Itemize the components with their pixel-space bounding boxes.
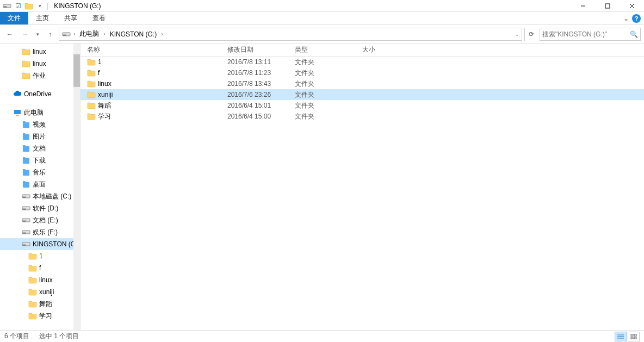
breadcrumb[interactable]: › 此电脑 › KINGSTON (G:) › ⌄	[59, 28, 522, 41]
tree-item-desktop[interactable]: 桌面	[0, 178, 80, 190]
col-name[interactable]: 名称	[81, 43, 227, 56]
file-date: 2016/6/4 15:00	[227, 113, 295, 120]
tree-item-quickaccess-linux[interactable]: linux	[0, 46, 80, 58]
nav-tree[interactable]: linux linux 作业 OneDrive 此电脑 视频 图片 文档 下载 …	[0, 43, 81, 330]
breadcrumb-dropdown-icon[interactable]: ⌄	[515, 32, 519, 37]
drive-qat-icon	[2, 1, 12, 11]
refresh-button[interactable]: ⟳	[524, 28, 537, 41]
tree-item-drive-d[interactable]: 软件 (D:)	[0, 202, 80, 214]
search-input[interactable]	[542, 30, 630, 38]
sidebar-scrollbar-thumb[interactable]	[73, 54, 80, 87]
tab-share[interactable]: 共享	[57, 12, 85, 24]
file-type: 文件夹	[295, 58, 362, 67]
file-row[interactable]: 12016/7/8 13:11文件夹	[81, 57, 644, 67]
close-button[interactable]	[620, 0, 644, 12]
view-details-button[interactable]	[615, 332, 627, 341]
folder-icon	[87, 90, 96, 99]
file-date: 2016/7/8 13:43	[227, 80, 295, 88]
tab-view[interactable]: 查看	[85, 12, 113, 24]
file-row[interactable]: xuniji2016/7/6 23:26文件夹	[81, 89, 644, 100]
tree-item-documents[interactable]: 文档	[0, 142, 80, 154]
col-date[interactable]: 修改日期	[227, 43, 295, 56]
file-type: 文件夹	[295, 69, 362, 78]
file-name: linux	[98, 80, 112, 88]
ribbon-collapse-icon[interactable]: ⌄	[623, 15, 629, 22]
folder-icon	[87, 69, 96, 77]
tree-item-kingston-xuniji[interactable]: xuniji	[0, 286, 80, 298]
file-row[interactable]: linux2016/7/8 13:43文件夹	[81, 78, 644, 89]
tree-item-drive-e[interactable]: 文档 (E:)	[0, 214, 80, 226]
status-selected-count: 选中 1 个项目	[39, 332, 79, 341]
tree-item-quickaccess-homework[interactable]: 作业	[0, 70, 80, 82]
col-type[interactable]: 类型	[295, 43, 362, 56]
tree-item-videos[interactable]: 视频	[0, 119, 80, 130]
folder-icon	[87, 79, 96, 88]
tree-item-quickaccess-linux2[interactable]: linux	[0, 58, 80, 70]
file-row[interactable]: 舞蹈2016/6/4 15:01文件夹	[81, 100, 644, 111]
tree-item-kingston-linux[interactable]: linux	[0, 274, 80, 286]
file-type: 文件夹	[295, 112, 362, 121]
title-separator: |	[47, 2, 48, 10]
tree-item-downloads[interactable]: 下载	[0, 154, 80, 166]
tree-item-music[interactable]: 音乐	[0, 166, 80, 178]
svg-rect-11	[631, 334, 633, 336]
tree-item-kingston-study[interactable]: 学习	[0, 310, 80, 322]
file-row[interactable]: 学习2016/6/4 15:00文件夹	[81, 111, 644, 122]
nav-forward-button[interactable]: →	[18, 28, 32, 41]
breadcrumb-chevron-icon[interactable]: ›	[102, 31, 106, 37]
nav-back-button[interactable]: ←	[3, 28, 16, 41]
folder-icon	[87, 58, 96, 66]
nav-up-button[interactable]: ↑	[44, 28, 57, 41]
tree-item-drive-f[interactable]: 娱乐 (F:)	[0, 226, 80, 238]
breadcrumb-seg-thispc[interactable]: 此电脑	[77, 29, 101, 39]
svg-rect-12	[634, 334, 636, 336]
file-name: xuniji	[98, 91, 113, 98]
tree-item-drive-c[interactable]: 本地磁盘 (C:)	[0, 190, 80, 202]
tree-item-onedrive[interactable]: OneDrive	[0, 88, 80, 100]
help-icon[interactable]: ?	[632, 14, 641, 23]
tree-item-kingston-f[interactable]: f	[0, 262, 80, 274]
tab-home[interactable]: 主页	[28, 12, 57, 24]
status-bar: 6 个项目 选中 1 个项目	[0, 330, 644, 342]
qat-checkbox-icon[interactable]: ☑	[13, 1, 23, 11]
minimize-button[interactable]	[571, 0, 595, 12]
nav-recent-dropdown[interactable]: ▾	[34, 28, 41, 41]
breadcrumb-drive-icon	[61, 29, 71, 39]
svg-rect-13	[631, 337, 633, 339]
file-type: 文件夹	[295, 79, 362, 89]
file-type: 文件夹	[295, 101, 362, 110]
sidebar-scrollbar[interactable]	[73, 43, 80, 330]
file-row[interactable]: f2016/7/8 11:23文件夹	[81, 67, 644, 78]
tree-item-kingston-1[interactable]: 1	[0, 250, 80, 262]
folder-icon	[87, 101, 96, 110]
column-headers[interactable]: 名称 修改日期 类型 大小	[81, 43, 644, 57]
breadcrumb-seg-kingston[interactable]: KINGSTON (G:)	[108, 30, 159, 38]
svg-rect-14	[634, 337, 636, 339]
qat-dropdown-icon[interactable]: ▾	[35, 1, 45, 11]
file-date: 2016/7/8 13:11	[227, 58, 295, 66]
window-title: KINGSTON (G:)	[54, 2, 101, 10]
file-type: 文件夹	[295, 90, 362, 100]
file-name: 学习	[98, 112, 111, 121]
file-date: 2016/7/8 11:23	[227, 69, 295, 77]
breadcrumb-chevron-icon[interactable]: ›	[160, 31, 164, 37]
folder-icon	[87, 112, 96, 121]
tree-item-kingston-dance[interactable]: 舞蹈	[0, 298, 80, 310]
col-size[interactable]: 大小	[362, 43, 406, 56]
qat-folder-icon	[24, 1, 34, 11]
file-name: f	[98, 69, 100, 77]
status-item-count: 6 个项目	[4, 332, 29, 341]
search-box[interactable]: 🔍	[540, 28, 641, 41]
file-date: 2016/7/6 23:26	[227, 91, 295, 98]
view-icons-button[interactable]	[628, 332, 640, 341]
tree-item-pictures[interactable]: 图片	[0, 130, 80, 142]
maximize-button[interactable]	[595, 0, 620, 12]
file-name: 1	[98, 58, 102, 66]
tab-file[interactable]: 文件	[0, 12, 28, 24]
breadcrumb-chevron-icon[interactable]: ›	[72, 31, 76, 37]
search-icon[interactable]: 🔍	[630, 30, 638, 38]
file-date: 2016/6/4 15:01	[227, 102, 295, 109]
tree-item-thispc[interactable]: 此电脑	[0, 107, 80, 119]
tree-item-kingston[interactable]: KINGSTON (G:)	[0, 238, 80, 250]
svg-rect-5	[605, 4, 610, 8]
